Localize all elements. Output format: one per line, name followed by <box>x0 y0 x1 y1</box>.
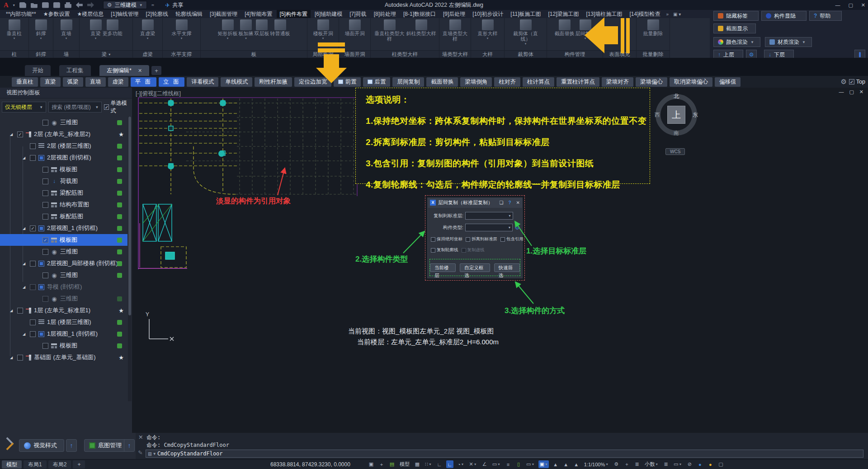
minimize-icon[interactable]: — <box>835 2 840 8</box>
tree-checkbox[interactable] <box>17 355 23 361</box>
polar-tracking-icon[interactable]: ∟ <box>446 460 453 468</box>
dialog-checkbox-复制轮廓线[interactable]: 复制轮廓线 <box>431 247 458 253</box>
visual-style-up-button[interactable]: ↑ <box>66 439 77 452</box>
ortho-icon[interactable]: ∟ <box>436 460 443 468</box>
floor-filter-dropdown[interactable]: 仅无锁楼层▼ <box>2 102 46 113</box>
recent-commands-icon[interactable]: ▼ <box>153 452 156 456</box>
tree-scrollbar[interactable] <box>128 117 132 401</box>
workspace-icon[interactable]: ▭▼ <box>673 460 683 468</box>
command-line-area[interactable]: ✕ ✎ 命令: 命令: CmdCopyStandardFloor ▤ ▼ Cmd… <box>136 433 868 459</box>
new-layout-button[interactable]: + <box>73 460 85 469</box>
tree-row-1层 (左单元_标准层1)[interactable]: ◢1层 (左单元_标准层1)★ <box>0 305 127 316</box>
toolbar-button-柱计算点[interactable]: 柱计算点 <box>523 77 554 87</box>
base-map-button[interactable]: 底图管理 <box>84 439 129 452</box>
tree-row-结构布置图[interactable]: 结构布置图 <box>0 199 127 211</box>
base-map-up-button[interactable]: ↑ <box>124 439 135 452</box>
ribbon-tab-4[interactable]: [2]轮廓线 <box>143 10 171 18</box>
ribbon-tab-18[interactable]: [14]模型检查 <box>627 10 664 18</box>
ribbon-button-截面替换[interactable]: 截面替换 <box>555 19 575 36</box>
vp-minimize-icon[interactable]: — <box>839 89 844 95</box>
compass-east[interactable]: 东 <box>693 111 698 119</box>
tree-checkbox[interactable] <box>42 272 48 278</box>
tree-checkbox[interactable] <box>30 319 36 325</box>
toolbar-button-虚梁[interactable]: 虚梁 <box>108 77 128 87</box>
plot-icon[interactable] <box>65 2 71 8</box>
annoscale-icon[interactable]: ▲ <box>573 460 580 468</box>
toolbar-button-刚性杆加腋[interactable]: 刚性杆加腋 <box>255 77 292 87</box>
tree-checkbox[interactable] <box>42 120 48 126</box>
tree-row-2层视图 (剖切框)[interactable]: ◢2层视图 (剖切框) <box>0 152 127 164</box>
ribbon-tab-2[interactable]: ★楼层信息 <box>74 10 107 18</box>
ribbon-button-双层板[interactable]: 双层板 <box>255 19 269 36</box>
scale-label[interactable]: 1:1/100%▼ <box>583 460 609 468</box>
tree-expander-icon[interactable]: ◢ <box>10 309 13 313</box>
tree-row-模板图[interactable]: 模板图 <box>0 164 127 175</box>
annotate-vis-icon[interactable]: ▲ <box>552 460 559 468</box>
tree-row-2层视图_1 (剖切框)[interactable]: ◢✓2层视图_1 (剖切框) <box>0 222 127 234</box>
open-file-icon[interactable] <box>31 2 38 8</box>
wcs-badge[interactable]: WCS <box>665 148 685 155</box>
save-icon[interactable] <box>42 2 49 8</box>
tree-row-2层 (楼层三维图)[interactable]: 2层 (楼层三维图) <box>0 140 127 152</box>
panel-toggle-icon[interactable]: ▣ ▾ <box>671 12 683 17</box>
model-label[interactable]: 模型 <box>399 460 410 468</box>
visual-style-button[interactable]: 视觉样式 <box>19 439 64 452</box>
ribbon-button-垂直柱类型大样[interactable]: 垂直柱类型大样 <box>374 19 406 42</box>
toolbar-button-定位边加宽[interactable]: 定位边加宽 <box>294 77 332 87</box>
expand-tabs-icon[interactable]: » <box>665 12 671 17</box>
ribbon-tab-6[interactable]: [3]截面管理 <box>207 10 241 18</box>
visibility-indicator[interactable] <box>117 226 122 231</box>
toolbar-button-详看模式[interactable]: 详看模式 <box>187 77 218 87</box>
command-input[interactable]: ▤ ▼ CmdCopyStandardFloor <box>146 450 863 458</box>
toolbar-button-单线模式[interactable]: 单线模式 <box>221 77 252 87</box>
toolbar-button-层间复制[interactable]: 层间复制 <box>392 77 424 87</box>
tree-row-模板图[interactable]: 模板图 <box>0 340 127 352</box>
tools-wrench-icon[interactable] <box>4 438 16 452</box>
dialog-checkbox-保持绝对坐标[interactable]: 保持绝对坐标 <box>431 236 462 242</box>
dialog-checkbox-复制虚线[interactable]: 复制虚线 <box>462 247 485 253</box>
ribbon-tab-16[interactable]: [12]梁施工图 <box>545 10 582 18</box>
visibility-indicator[interactable] <box>117 296 122 301</box>
new-file-icon[interactable] <box>19 2 26 8</box>
tree-expander-icon[interactable]: ◢ <box>23 285 25 289</box>
tree-row-板配筋图[interactable]: 板配筋图 <box>0 211 127 222</box>
ribbon-button-转普通板[interactable]: 转普通板 <box>270 19 290 36</box>
tree-expander-icon[interactable]: ◢ <box>23 262 25 266</box>
tree-row-三维图[interactable]: ◉三维图 <box>0 293 127 305</box>
share-button[interactable]: ✈ 共享 <box>165 1 183 9</box>
visibility-indicator[interactable] <box>117 273 122 278</box>
top-view-checkbox[interactable]: ✓Top <box>849 79 865 85</box>
ribbon-tab-15[interactable]: [11]板施工图 <box>507 10 544 18</box>
visibility-indicator[interactable] <box>117 343 122 348</box>
precision-label[interactable]: 小数▼ <box>644 460 659 468</box>
quickview-icon[interactable]: ≣ <box>662 460 670 468</box>
tree-expander-icon[interactable]: ◢ <box>23 226 25 230</box>
ribbon-button-矩形折板[interactable]: 矩形折板▾ <box>218 19 238 40</box>
ribbon-button-直墙类型大样[interactable]: 直墙类型大样 <box>441 19 469 42</box>
tree-checkbox[interactable] <box>42 296 48 302</box>
compass-top-face[interactable]: 上 <box>667 106 685 124</box>
compass-west[interactable]: 西 <box>655 111 660 119</box>
favorite-star-icon[interactable]: ★ <box>118 354 124 361</box>
toolbar-button-重置柱计算点[interactable]: 重置柱计算点 <box>557 77 599 87</box>
ribbon-tab-7[interactable]: [4]智能布置 <box>241 10 275 18</box>
section-display-button[interactable]: 截面显示 <box>713 23 756 33</box>
hardware-icon[interactable]: ● <box>696 460 703 468</box>
modelspace-icon[interactable]: ▣ <box>368 460 375 468</box>
toolbar-button-偏移值[interactable]: 偏移值 <box>715 77 741 87</box>
scrollbar-thumb[interactable] <box>128 117 131 315</box>
vp-restore-icon[interactable]: ▢ <box>849 89 854 95</box>
autoscale-icon[interactable]: ▲ <box>562 460 570 468</box>
tree-checkbox[interactable] <box>30 155 36 161</box>
visibility-indicator[interactable] <box>117 155 122 160</box>
view-compass[interactable]: 北 南 西 东 上 <box>656 94 697 136</box>
tree-checkbox[interactable] <box>42 190 48 196</box>
tree-row-1层视图_1 (剖切框)[interactable]: ◢1层视图_1 (剖切框) <box>0 328 127 340</box>
visibility-indicator[interactable] <box>117 214 122 219</box>
dialog-button-自定义框选[interactable]: 自定义框选 <box>460 263 490 272</box>
ribbon-button-直墙[interactable]: 直墙▾ <box>61 19 72 40</box>
tree-checkbox[interactable] <box>42 249 48 255</box>
visibility-indicator[interactable] <box>117 202 122 207</box>
copy-to-floor-dropdown[interactable]: ▼ <box>465 212 513 220</box>
crosshair-icon[interactable]: + <box>378 460 385 468</box>
